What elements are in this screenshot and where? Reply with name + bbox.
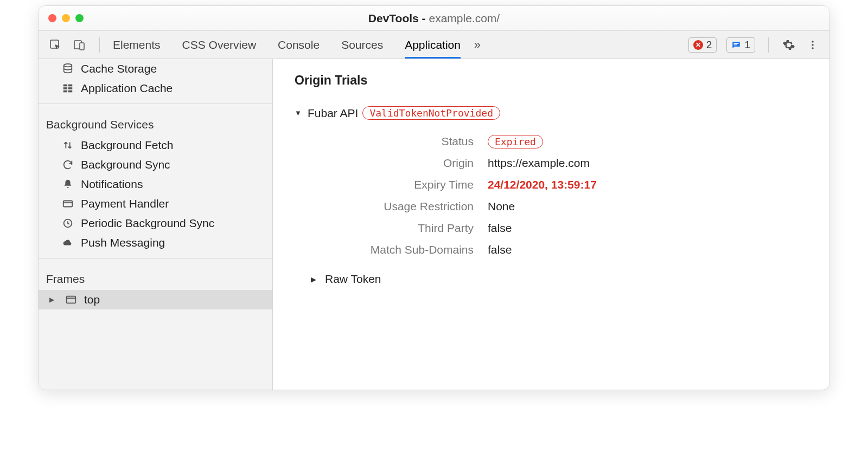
main-panel: Origin Trials ▼ Fubar API ValidTokenNotP… (273, 59, 829, 390)
svg-point-7 (812, 47, 814, 49)
kebab-menu-icon[interactable] (806, 38, 820, 52)
svg-rect-2 (80, 43, 84, 50)
sidebar-item-application-cache[interactable]: Application Cache (39, 79, 272, 98)
raw-token-label: Raw Token (325, 273, 381, 286)
devtools-window: DevTools - example.com/ Elements CSS Ove… (38, 5, 830, 390)
tab-css-overview[interactable]: CSS Overview (182, 31, 257, 59)
maximize-icon[interactable] (75, 14, 84, 22)
trial-row[interactable]: ▼ Fubar API ValidTokenNotProvided (295, 106, 808, 120)
status-label: Status (325, 135, 488, 148)
expiry-value: 24/12/2020, 13:59:17 (488, 178, 808, 191)
sidebar-item-label: Background Fetch (81, 139, 173, 152)
tab-sources[interactable]: Sources (341, 31, 383, 59)
errors-badge[interactable]: ✕ 2 (688, 37, 717, 53)
expiry-label: Expiry Time (325, 178, 488, 191)
sidebar-header-background-services: Background Services (39, 109, 272, 135)
sidebar-item-label: Payment Handler (81, 197, 169, 210)
trial-name: Fubar API (308, 107, 358, 120)
messages-count: 1 (744, 39, 750, 51)
cloud-icon (61, 236, 74, 249)
status-pill: Expired (488, 135, 543, 148)
svg-rect-18 (67, 296, 76, 303)
trial-status-pill: ValidTokenNotProvided (362, 106, 500, 120)
messages-badge[interactable]: 1 (726, 37, 755, 53)
sidebar-item-label: Notifications (81, 178, 143, 191)
svg-rect-14 (68, 90, 72, 93)
toolbar: Elements CSS Overview Console Sources Ap… (39, 31, 829, 59)
error-dot-icon: ✕ (693, 40, 703, 50)
credit-card-icon (61, 197, 74, 210)
panel-body: Cache Storage Application Cache Backgrou… (39, 59, 829, 390)
toolbar-separator (99, 37, 100, 53)
expand-triangle-icon[interactable]: ▶ (49, 296, 58, 303)
sidebar-item-cache-storage[interactable]: Cache Storage (39, 59, 272, 79)
titlebar: DevTools - example.com/ (39, 6, 829, 31)
application-sidebar: Cache Storage Application Cache Backgrou… (39, 59, 273, 390)
svg-rect-10 (68, 85, 72, 87)
window-title: DevTools - example.com/ (39, 12, 829, 25)
sidebar-item-periodic-background-sync[interactable]: Periodic Background Sync (39, 214, 272, 233)
sidebar-item-label: Application Cache (81, 82, 173, 95)
usage-label: Usage Restriction (325, 200, 488, 213)
clock-icon (61, 217, 74, 230)
bell-icon (61, 178, 74, 191)
svg-rect-3 (734, 43, 739, 44)
sidebar-item-notifications[interactable]: Notifications (39, 174, 272, 194)
inspect-icon[interactable] (48, 38, 62, 52)
section-heading: Origin Trials (295, 73, 808, 88)
errors-count: 2 (706, 39, 712, 51)
database-icon (61, 62, 74, 75)
sidebar-item-frame-top[interactable]: ▶ top (39, 290, 272, 309)
more-tabs-icon[interactable]: » (470, 38, 484, 52)
sidebar-item-label: top (84, 293, 100, 306)
grid-icon (61, 82, 74, 95)
sidebar-header-frames: Frames (39, 264, 272, 290)
svg-rect-11 (63, 87, 67, 89)
svg-rect-9 (63, 85, 67, 87)
svg-rect-4 (734, 44, 737, 45)
message-icon (731, 40, 741, 50)
collapse-triangle-icon[interactable]: ▼ (295, 109, 303, 117)
sync-icon (61, 158, 74, 171)
third-party-value: false (488, 222, 808, 235)
minimize-icon[interactable] (62, 14, 70, 22)
tab-elements[interactable]: Elements (113, 31, 161, 59)
up-down-arrows-icon (61, 139, 74, 152)
sidebar-item-label: Periodic Background Sync (81, 217, 214, 230)
svg-point-8 (64, 64, 72, 67)
sidebar-item-label: Push Messaging (81, 236, 165, 249)
sidebar-item-push-messaging[interactable]: Push Messaging (39, 233, 272, 253)
tab-application[interactable]: Application (405, 31, 461, 59)
tab-console[interactable]: Console (278, 31, 320, 59)
toolbar-separator-2 (768, 37, 769, 53)
window-title-url: example.com/ (429, 12, 500, 24)
window-icon (65, 293, 78, 306)
window-controls (48, 14, 84, 22)
svg-rect-13 (63, 90, 67, 93)
sidebar-item-label: Cache Storage (81, 62, 157, 75)
sidebar-divider-2 (39, 258, 272, 258)
window-title-app: DevTools - (368, 12, 429, 24)
sidebar-item-background-sync[interactable]: Background Sync (39, 155, 272, 174)
third-party-label: Third Party (325, 222, 488, 235)
sidebar-item-label: Background Sync (81, 158, 170, 171)
origin-value: https://example.com (488, 157, 808, 170)
close-icon[interactable] (48, 14, 56, 22)
svg-point-5 (812, 41, 814, 43)
expand-triangle-icon[interactable]: ▶ (311, 275, 320, 283)
sidebar-divider (39, 104, 272, 104)
svg-rect-15 (63, 201, 73, 207)
svg-rect-12 (68, 87, 72, 89)
sidebar-item-background-fetch[interactable]: Background Fetch (39, 135, 272, 155)
panel-tabs: Elements CSS Overview Console Sources Ap… (113, 31, 461, 59)
settings-icon[interactable] (782, 38, 796, 52)
usage-value: None (488, 200, 808, 213)
trial-details: Status Expired Origin https://example.co… (325, 135, 808, 256)
svg-point-6 (812, 44, 814, 46)
status-value: Expired (488, 135, 808, 148)
sidebar-item-payment-handler[interactable]: Payment Handler (39, 194, 272, 214)
device-toggle-icon[interactable] (72, 38, 86, 52)
match-subdomains-value: false (488, 243, 808, 256)
raw-token-row[interactable]: ▶ Raw Token (311, 273, 808, 286)
origin-label: Origin (325, 157, 488, 170)
